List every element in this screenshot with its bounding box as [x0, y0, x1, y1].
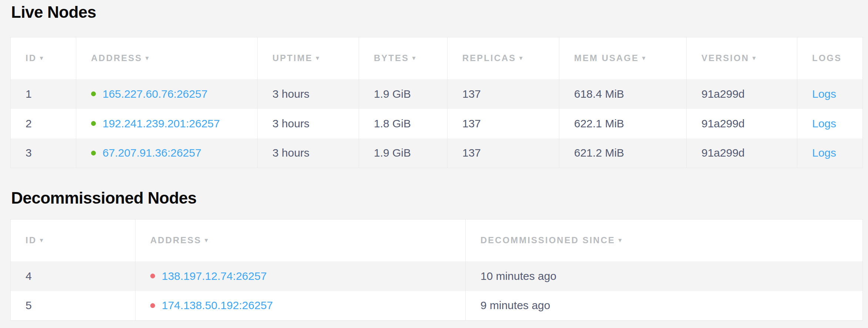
table-row: 3 67.207.91.36:26257 3 hours 1.9 GiB 137… [11, 138, 863, 168]
node-uptime-cell: 3 hours [258, 79, 359, 109]
node-logs-cell: Logs [797, 109, 863, 138]
node-id-cell: 4 [11, 261, 135, 291]
node-uptime-cell: 3 hours [258, 138, 359, 168]
sort-icon: ▾ [316, 54, 319, 61]
live-nodes-table-header: ID▾ ADDRESS▾ UPTIME▾ BYTES▾ REPLICAS▾ ME… [11, 37, 863, 79]
node-address-cell: 174.138.50.192:26257 [135, 291, 466, 321]
column-label: LOGS [812, 53, 842, 63]
column-label: ID [26, 53, 37, 63]
column-header-replicas[interactable]: REPLICAS▾ [448, 37, 559, 79]
column-label: ID [26, 235, 37, 245]
live-status-icon [91, 91, 96, 96]
node-id-cell: 2 [11, 109, 76, 138]
node-address-link[interactable]: 165.227.60.76:26257 [103, 88, 208, 100]
node-mem-usage-cell: 622.1 MiB [559, 109, 687, 138]
column-header-address[interactable]: ADDRESS▾ [76, 37, 258, 79]
sort-icon: ▾ [40, 237, 43, 244]
sort-icon: ▾ [519, 54, 522, 61]
node-uptime-cell: 3 hours [258, 109, 359, 138]
column-label: BYTES [374, 53, 409, 63]
column-label: MEM USAGE [574, 53, 639, 63]
column-header-id[interactable]: ID▾ [11, 220, 135, 261]
column-header-version[interactable]: VERSION▾ [687, 37, 797, 79]
node-version-cell: 91a299d [687, 79, 797, 109]
node-address-link[interactable]: 138.197.12.74:26257 [162, 270, 267, 282]
node-version-cell: 91a299d [687, 109, 797, 138]
node-replicas-cell: 137 [448, 109, 559, 138]
node-address-link[interactable]: 174.138.50.192:26257 [162, 299, 273, 311]
decommissioned-nodes-table: ID▾ ADDRESS▾ DECOMMISSIONED SINCE▾ 4 138… [10, 219, 863, 321]
node-logs-link[interactable]: Logs [812, 147, 836, 159]
decommissioned-nodes-title: Decommissioned Nodes [11, 189, 197, 207]
sort-icon: ▾ [145, 54, 148, 61]
node-version-cell: 91a299d [687, 138, 797, 168]
column-header-address[interactable]: ADDRESS▾ [135, 220, 466, 261]
decommissioned-status-icon [150, 274, 155, 278]
node-address-link[interactable]: 67.207.91.36:26257 [103, 147, 201, 159]
sort-icon: ▾ [412, 54, 415, 61]
node-logs-cell: Logs [797, 79, 863, 109]
node-id-cell: 1 [11, 79, 76, 109]
node-logs-cell: Logs [797, 138, 863, 168]
live-nodes-title: Live Nodes [11, 3, 96, 21]
node-decommissioned-since-cell: 9 minutes ago [466, 291, 863, 321]
live-status-icon [91, 151, 96, 155]
sort-icon: ▾ [205, 237, 208, 244]
sort-icon: ▾ [753, 54, 755, 61]
node-bytes-cell: 1.9 GiB [359, 138, 448, 168]
node-address-cell: 138.197.12.74:26257 [135, 261, 466, 291]
decommissioned-status-icon [150, 303, 155, 308]
column-label: REPLICAS [462, 53, 516, 63]
node-logs-link[interactable]: Logs [812, 117, 836, 130]
node-decommissioned-since-cell: 10 minutes ago [466, 261, 863, 291]
node-address-cell: 165.227.60.76:26257 [76, 79, 258, 109]
decommissioned-nodes-table-header: ID▾ ADDRESS▾ DECOMMISSIONED SINCE▾ [11, 220, 863, 261]
column-label: ADDRESS [150, 235, 201, 245]
column-header-mem-usage[interactable]: MEM USAGE▾ [559, 37, 687, 79]
node-id-cell: 3 [11, 138, 76, 168]
sort-icon: ▾ [40, 54, 43, 61]
node-address-cell: 67.207.91.36:26257 [76, 138, 258, 168]
table-row: 4 138.197.12.74:26257 10 minutes ago [11, 261, 863, 291]
node-replicas-cell: 137 [448, 138, 559, 168]
table-row: 1 165.227.60.76:26257 3 hours 1.9 GiB 13… [11, 79, 863, 109]
node-logs-link[interactable]: Logs [812, 88, 836, 100]
column-label: UPTIME [272, 53, 313, 63]
live-nodes-table: ID▾ ADDRESS▾ UPTIME▾ BYTES▾ REPLICAS▾ ME… [10, 37, 863, 168]
column-header-decommissioned-since[interactable]: DECOMMISSIONED SINCE▾ [466, 220, 863, 261]
nodes-overview-page: Live Nodes ID▾ ADDRESS▾ UPTIME▾ BYTES▾ R… [0, 0, 868, 328]
node-replicas-cell: 137 [448, 79, 559, 109]
column-header-logs: LOGS [797, 37, 863, 79]
node-address-link[interactable]: 192.241.239.201:26257 [103, 117, 220, 130]
column-label: ADDRESS [91, 53, 142, 63]
node-bytes-cell: 1.8 GiB [359, 109, 448, 138]
node-mem-usage-cell: 618.4 MiB [559, 79, 687, 109]
sort-icon: ▾ [642, 54, 645, 61]
node-id-cell: 5 [11, 291, 135, 321]
table-row: 2 192.241.239.201:26257 3 hours 1.8 GiB … [11, 109, 863, 138]
sort-icon: ▾ [619, 237, 621, 244]
column-label: VERSION [701, 53, 749, 63]
column-label: DECOMMISSIONED SINCE [480, 235, 615, 245]
node-address-cell: 192.241.239.201:26257 [76, 109, 258, 138]
column-header-uptime[interactable]: UPTIME▾ [258, 37, 359, 79]
column-header-bytes[interactable]: BYTES▾ [359, 37, 448, 79]
node-bytes-cell: 1.9 GiB [359, 79, 448, 109]
node-mem-usage-cell: 621.2 MiB [559, 138, 687, 168]
table-row: 5 174.138.50.192:26257 9 minutes ago [11, 291, 863, 321]
column-header-id[interactable]: ID▾ [11, 37, 76, 79]
live-status-icon [91, 121, 96, 126]
